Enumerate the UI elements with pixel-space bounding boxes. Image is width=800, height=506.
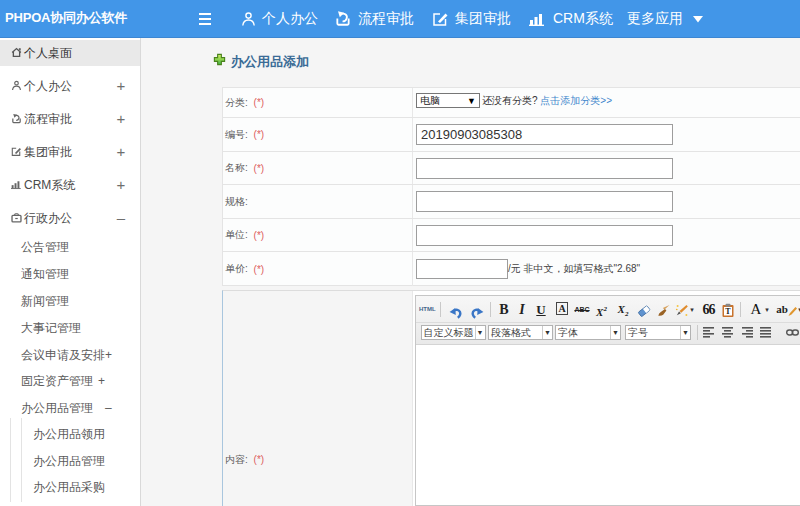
svg-text:T: T [725, 307, 731, 316]
